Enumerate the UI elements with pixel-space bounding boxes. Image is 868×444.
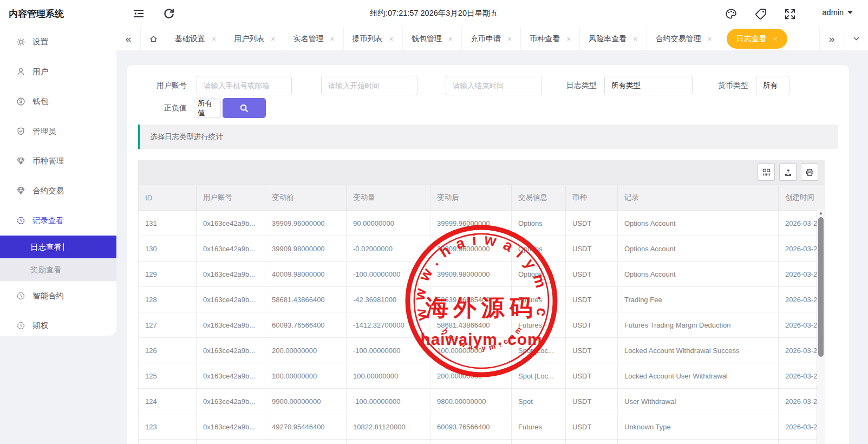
tab-1[interactable]: 基础设置× [166,27,225,50]
column-header: 变动量 [347,185,430,211]
fullscreen-icon[interactable] [784,8,797,21]
table-row[interactable]: 1260x163ce42a9b...200.00000000-100.00000… [139,338,825,363]
tag-icon[interactable] [754,8,767,21]
table-cell: 0x163ce42a9b... [197,312,265,338]
tab-7[interactable]: 币种查看× [521,27,580,50]
tab-6[interactable]: 充币申请× [462,27,521,50]
tab-4[interactable]: 提币列表× [344,27,403,50]
sidebar-item[interactable]: 期权 [0,311,116,341]
close-icon[interactable]: × [330,35,334,43]
filter-row-1: 用户账号 日志类型 所有类型 货币类型 所有 [127,76,849,95]
table-cell: -1412.32700000 [347,312,430,338]
tab-5[interactable]: 钱包管理× [403,27,462,50]
sidebar-item[interactable]: 用户 [0,57,116,87]
print-button[interactable] [801,164,818,181]
tabs-menu-button[interactable] [844,27,868,50]
table-cell: 100.00000000 [347,363,430,389]
sidebar-item[interactable]: 设置 [0,27,116,57]
table-row[interactable]: 1250x163ce42a9b...100.00000000100.000000… [139,363,825,389]
table-cell: 9900.00000000 [265,389,347,414]
tabs-scroll-left-button[interactable]: « [116,27,140,50]
shield-check-icon [16,127,25,136]
sidebar-subitem[interactable]: 日志查看 [0,236,116,258]
table-cell: Futures Trading Margin Deduction [618,312,779,338]
table-row[interactable]: 1310x163ce42a9b...39909.9600000090.00000… [139,211,825,236]
table-cell: -42.36981000 [347,287,430,312]
table-row[interactable]: 1300x163ce42a9b...39909.98000000-0.02000… [139,236,825,262]
table-row[interactable]: 1230x163ce42a9b...49270.9544640010822.81… [139,414,825,440]
close-icon[interactable]: × [507,35,512,43]
table-scrollbar[interactable]: ▲ [817,210,825,444]
sidebar-item[interactable]: 钱包 [0,87,116,116]
table-cell: Futures [512,287,566,312]
gem-icon [16,156,25,166]
table-row[interactable]: 1270x163ce42a9b...60093.76566400-1412.32… [139,312,825,338]
column-header: 用户账号 [197,185,265,211]
close-icon[interactable]: × [633,35,637,43]
user-menu[interactable]: admin [823,8,853,17]
search-button[interactable] [223,98,266,118]
tab-9[interactable]: 合约交易管理× [647,27,721,50]
export-icon [784,168,793,177]
scrollbar-thumb[interactable] [818,217,824,357]
close-icon[interactable]: × [212,35,216,43]
home-tab[interactable] [140,27,166,50]
table-cell: 126 [139,338,197,363]
close-icon[interactable]: × [389,35,394,43]
sidebar-item[interactable]: 管理员 [0,116,116,146]
tab-3[interactable]: 实名管理× [284,27,343,50]
scroll-up-icon[interactable]: ▲ [817,211,825,216]
table-cell: 60093.76566400 [430,414,512,440]
table-cell: USDT [566,363,618,389]
table-cell: USDT [566,262,618,287]
close-icon[interactable]: × [773,35,778,43]
table-cell: 58681.43866400 [265,287,347,312]
table-body: 1310x163ce42a9b...39909.9600000090.00000… [139,211,825,444]
tab-10[interactable]: 日志查看× [727,29,787,49]
tabs-scroll-right-button[interactable]: » [819,27,844,50]
table-row[interactable]: 1290x163ce42a9b...40009.98000000-100.000… [139,262,825,287]
end-time-input[interactable] [446,76,542,95]
table-cell: 127 [139,312,197,338]
export-button[interactable] [779,164,797,181]
start-time-input[interactable] [321,76,417,95]
table-cell: Futures [512,414,566,440]
column-header: 币种 [566,185,618,211]
tab-2[interactable]: 用户列表× [225,27,284,50]
content-card: 用户账号 日志类型 所有类型 货币类型 所有 正负值 所有值 选择日志类型进行统… [127,65,849,444]
close-icon[interactable]: × [708,35,712,43]
table-row-partial [139,440,825,444]
sidebar-item[interactable]: 合约交易 [0,176,116,206]
table-cell: 39909.98000000 [430,262,512,287]
close-icon[interactable]: × [448,35,453,43]
tab-8[interactable]: 风险率查看× [580,27,647,50]
content-area: 用户账号 日志类型 所有类型 货币类型 所有 正负值 所有值 选择日志类型进行统… [116,50,868,444]
tab-label: 风险率查看 [589,34,626,44]
close-icon[interactable]: × [566,35,571,43]
table-cell: USDT [566,389,618,414]
topbar: 内容管理系统 纽约:07:21:57 2026年3月20日星期五 admin [0,0,868,27]
column-header: 变动前 [265,185,347,211]
table-row[interactable]: 1240x163ce42a9b...9900.00000000-100.0000… [139,389,825,414]
table-container: ID用户账号变动前变动量变动后交易信息币种记录创建时间 1310x163ce42… [138,160,825,444]
palette-icon[interactable] [725,8,738,21]
sidebar-item[interactable]: 币种管理 [0,146,116,176]
table-cell: Trading Fee [618,287,779,312]
tab-label: 日志查看 [736,34,767,44]
table-cell: 100.00000000 [265,363,347,389]
tab-label: 充币申请 [471,34,501,44]
table-cell: 0x163ce42a9b... [197,338,265,363]
table-row[interactable]: 1280x163ce42a9b...58681.43866400-42.3698… [139,287,825,312]
close-icon[interactable]: × [271,35,275,43]
sign-select[interactable]: 所有值 [194,99,221,118]
table-cell: USDT [566,338,618,363]
sidebar-subitem-label: 奖励查看 [30,265,62,275]
sidebar-item[interactable]: 智能合约 [0,281,116,311]
log-type-select[interactable]: 所有类型 [604,76,693,95]
account-input[interactable] [197,76,292,95]
sidebar-subitem[interactable]: 奖励查看 [0,258,116,281]
sidebar-item[interactable]: 记录查看 [0,206,116,236]
currency-select[interactable]: 所有 [756,76,789,95]
columns-filter-button[interactable] [758,164,775,181]
column-header: 记录 [618,185,779,211]
